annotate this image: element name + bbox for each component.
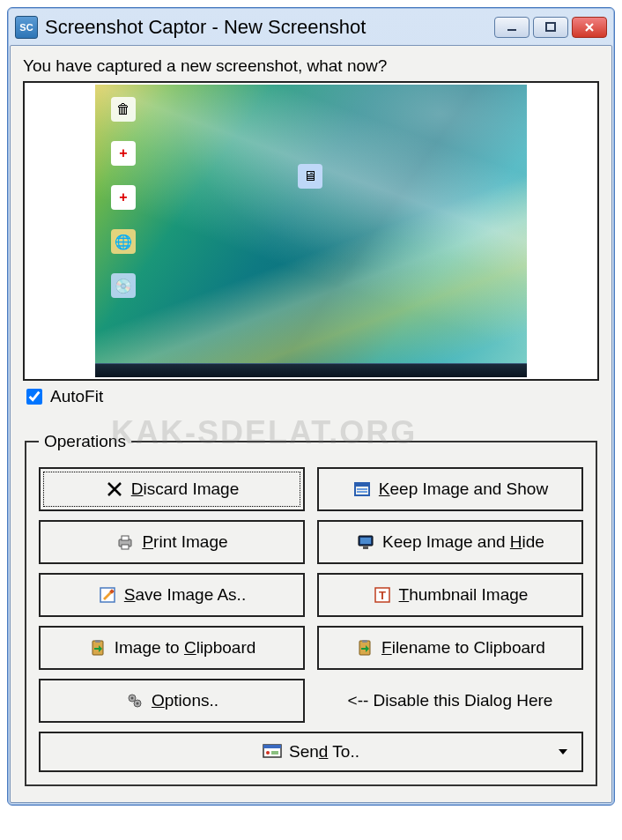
keep-and-show-button[interactable]: Keep Image and Show xyxy=(317,467,583,511)
minimize-button[interactable] xyxy=(494,17,529,38)
maximize-button[interactable] xyxy=(533,17,568,38)
clip-filename-label: Filename to Clipboard xyxy=(381,638,545,658)
prompt-text: You have captured a new screenshot, what… xyxy=(23,56,599,76)
print-label: Print Image xyxy=(142,532,227,552)
window-icon xyxy=(352,479,372,499)
svg-rect-25 xyxy=(263,745,281,748)
print-image-button[interactable]: Print Image xyxy=(39,520,305,564)
keep-hide-label: Keep Image and Hide xyxy=(382,532,544,552)
maximize-icon xyxy=(544,21,557,33)
dropdown-caret-icon xyxy=(559,749,567,755)
options-button[interactable]: Options.. xyxy=(39,679,305,723)
discard-image-button[interactable]: Discard Image xyxy=(39,467,305,511)
filename-to-clipboard-button[interactable]: Filename to Clipboard xyxy=(317,626,583,670)
clip-image-label: Image to Clipboard xyxy=(115,638,256,658)
save-image-as-button[interactable]: Save Image As.. xyxy=(39,573,305,617)
desktop-icon: + xyxy=(111,185,136,210)
client-area: You have captured a new screenshot, what… xyxy=(10,45,612,803)
thumbnail-label: Thumbnail Image xyxy=(399,585,529,605)
svg-point-21 xyxy=(130,697,133,700)
operations-group: Operations Discard Image Keep Image and … xyxy=(25,432,597,786)
thumbnail-image-button[interactable]: T Thumbnail Image xyxy=(317,573,583,617)
svg-rect-11 xyxy=(363,546,368,549)
svg-rect-8 xyxy=(122,545,129,549)
disable-hint-text: <-- Disable this Dialog Here xyxy=(348,691,553,710)
svg-rect-7 xyxy=(122,536,129,540)
send-to-icon xyxy=(263,742,282,762)
taskbar xyxy=(95,363,527,377)
desktop-icon: 🖥 xyxy=(298,164,322,189)
svg-rect-1 xyxy=(546,23,555,31)
discard-label: Discard Image xyxy=(131,479,240,499)
svg-rect-17 xyxy=(95,640,100,643)
autofit-checkbox[interactable]: AutoFit xyxy=(23,386,599,407)
desktop-icon: + xyxy=(111,141,136,166)
svg-point-23 xyxy=(136,702,138,705)
svg-rect-3 xyxy=(355,483,369,487)
save-as-label: Save Image As.. xyxy=(124,585,246,605)
desktop-icon: 💿 xyxy=(111,273,136,298)
send-to-label: Send To.. xyxy=(289,742,359,762)
titlebar: SC Screenshot Captor - New Screenshot xyxy=(10,10,612,45)
autofit-label: AutoFit xyxy=(50,387,103,406)
close-button[interactable] xyxy=(572,17,607,38)
save-edit-icon xyxy=(98,585,117,605)
svg-rect-4 xyxy=(357,488,367,490)
window-title: Screenshot Captor - New Screenshot xyxy=(45,16,494,39)
disable-dialog-hint: <-- Disable this Dialog Here xyxy=(317,679,583,723)
svg-rect-27 xyxy=(271,751,278,755)
x-icon xyxy=(105,479,124,499)
svg-text:T: T xyxy=(379,589,386,602)
svg-point-26 xyxy=(266,751,270,755)
app-window: SC Screenshot Captor - New Screenshot Yo… xyxy=(7,7,615,806)
svg-rect-0 xyxy=(507,29,516,31)
operations-legend: Operations xyxy=(39,432,131,451)
clipboard-image-icon xyxy=(88,638,107,658)
clipboard-filename-icon xyxy=(355,638,374,658)
printer-icon xyxy=(115,532,135,552)
minimize-icon xyxy=(506,21,518,33)
desktop-icon: 🌐 xyxy=(111,229,136,254)
options-label: Options.. xyxy=(152,691,218,710)
thumbnail-icon: T xyxy=(373,585,392,605)
send-to-button[interactable]: Send To.. xyxy=(39,732,583,772)
keep-and-hide-button[interactable]: Keep Image and Hide xyxy=(317,520,583,564)
close-icon xyxy=(583,21,596,33)
gears-icon xyxy=(125,691,144,710)
screenshot-preview: 🗑 + + 🌐 💿 🖥 xyxy=(23,81,599,381)
window-controls xyxy=(494,17,607,38)
autofit-input[interactable] xyxy=(26,389,42,405)
monitor-icon xyxy=(356,532,375,552)
image-to-clipboard-button[interactable]: Image to Clipboard xyxy=(39,626,305,670)
desktop-icon: 🗑 xyxy=(111,97,136,122)
svg-rect-10 xyxy=(360,538,371,544)
svg-rect-19 xyxy=(362,640,367,643)
svg-rect-5 xyxy=(357,491,367,493)
screenshot-image: 🗑 + + 🌐 💿 🖥 xyxy=(95,85,527,377)
app-icon: SC xyxy=(15,16,38,39)
keep-show-label: Keep Image and Show xyxy=(379,479,548,499)
